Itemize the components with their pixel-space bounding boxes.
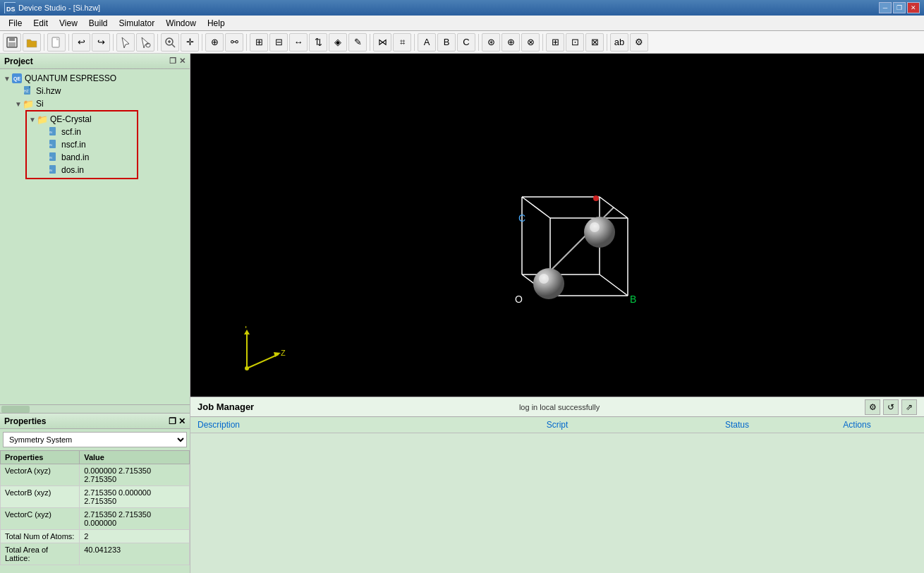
- tree-item-si[interactable]: ▼ 📁 Si: [14, 97, 187, 110]
- menu-build[interactable]: Build: [83, 16, 114, 30]
- properties-dropdown[interactable]: Symmetry System Lattice Parameters Atom …: [3, 432, 187, 447]
- svg-text:Y: Y: [243, 326, 249, 330]
- svg-text:B: B: [630, 294, 636, 305]
- toolbar-tool15[interactable]: ⊞: [546, 33, 564, 52]
- props-table-body: VectorA (xyz)0.000000 2.715350 2.715350V…: [1, 464, 190, 565]
- props-row: VectorA (xyz)0.000000 2.715350 2.715350: [1, 464, 190, 486]
- 3d-viewport[interactable]: O B C Y Z: [190, 54, 924, 397]
- toolbar-bond[interactable]: ⚯: [225, 33, 243, 52]
- tree-item-nscfin[interactable]: IN nscf.in: [39, 138, 135, 151]
- tree-label-root: QUANTUM ESPRESSO: [25, 73, 116, 83]
- tree-label-dosin: dos.in: [61, 165, 84, 175]
- svg-line-47: [247, 354, 279, 368]
- properties-restore-btn[interactable]: ❐: [169, 416, 176, 426]
- restore-button[interactable]: ❐: [893, 2, 906, 13]
- toolbar-tool13[interactable]: ⊕: [501, 33, 520, 52]
- tree-item-scfin[interactable]: IN scf.in: [39, 126, 135, 138]
- toolbar-add-atom[interactable]: ⊕: [205, 33, 224, 52]
- props-col-properties: Properties: [1, 451, 80, 464]
- toolbar-select-area[interactable]: [136, 33, 154, 52]
- toolbar-open[interactable]: [23, 33, 41, 52]
- toolbar-tool2[interactable]: ⊟: [269, 33, 288, 52]
- tree-root[interactable]: ▼ QE QUANTUM ESPRESSO: [3, 72, 187, 85]
- tree-icon-qecrystal: 📁: [37, 114, 48, 125]
- toolbar-tool5[interactable]: ◈: [329, 33, 347, 52]
- job-manager-refresh-btn[interactable]: ↺: [883, 399, 899, 415]
- toolbar-new[interactable]: [47, 33, 66, 52]
- toolbar-tool17[interactable]: ⊠: [585, 33, 604, 52]
- svg-text:DS: DS: [6, 6, 16, 13]
- toolbar-tool14[interactable]: ⊗: [521, 33, 540, 52]
- toolbar-tool12[interactable]: ⊛: [482, 33, 500, 52]
- toolbar-tool19[interactable]: ⚙: [630, 33, 648, 52]
- job-manager-settings-btn[interactable]: ⚙: [865, 399, 880, 415]
- toolbar-tool8[interactable]: ⌗: [393, 33, 411, 52]
- menu-help[interactable]: Help: [202, 16, 231, 30]
- menu-view[interactable]: View: [54, 16, 83, 30]
- tree-icon-si: 📁: [23, 98, 34, 109]
- props-cell-value: 2.715350 2.715350 0.000000: [80, 508, 190, 530]
- props-cell-name: Total Area of Lattice:: [1, 543, 80, 565]
- props-cell-value: 0.000000 2.715350 2.715350: [80, 464, 190, 486]
- svg-text:QE: QE: [13, 76, 20, 82]
- svg-text:HZ: HZ: [24, 89, 29, 93]
- minimize-button[interactable]: ─: [879, 2, 892, 13]
- toolbar-tool7[interactable]: ⋈: [373, 33, 391, 52]
- project-hscrollbar[interactable]: [0, 404, 190, 413]
- props-cell-name: VectorA (xyz): [1, 464, 80, 486]
- menu-window[interactable]: Window: [160, 16, 202, 30]
- project-restore-btn[interactable]: ❐: [169, 56, 176, 66]
- properties-title: Properties: [4, 416, 46, 426]
- project-close-btn[interactable]: ✕: [179, 56, 186, 66]
- toolbar-save[interactable]: [3, 33, 21, 52]
- svg-rect-4: [8, 42, 16, 47]
- toolbar-tool3[interactable]: ↔: [289, 33, 308, 52]
- toolbar-tool11[interactable]: C: [457, 33, 475, 52]
- properties-header: Properties ❐ ✕: [0, 414, 190, 429]
- toolbar-select[interactable]: [116, 33, 135, 52]
- axes-widget: Y Z: [226, 326, 289, 382]
- svg-text:IN: IN: [49, 169, 52, 172]
- toolbar-tool1[interactable]: ⊞: [250, 33, 268, 52]
- tree-item-bandin[interactable]: IN band.in: [39, 151, 135, 164]
- toolbar-tool4[interactable]: ⇅: [309, 33, 327, 52]
- project-tree: ▼ QE QUANTUM ESPRESSO HZ Si.hzw: [0, 69, 190, 404]
- toolbar-undo[interactable]: ↩: [72, 33, 90, 52]
- job-manager-expand-btn[interactable]: ⇗: [901, 399, 917, 415]
- job-manager-title: Job Manager: [197, 402, 254, 412]
- job-manager-body: [190, 433, 924, 573]
- toolbar-tool10[interactable]: B: [437, 33, 456, 52]
- menu-simulator[interactable]: Simulator: [114, 16, 161, 30]
- props-cell-value: 40.041233: [80, 543, 190, 565]
- project-header: Project ❐ ✕: [0, 54, 190, 69]
- props-row: VectorB (xyz)2.715350 0.000000 2.715350: [1, 486, 190, 508]
- toolbar-tool16[interactable]: ⊡: [566, 33, 584, 52]
- tree-children-qecrystal: IN scf.in IN nsc: [28, 126, 135, 176]
- toolbar-redo[interactable]: ↪: [92, 33, 110, 52]
- jm-col-script: Script: [437, 420, 677, 430]
- toolbar-tool6[interactable]: ✎: [348, 33, 367, 52]
- toolbar-tool18[interactable]: ab: [610, 33, 628, 52]
- tree-label-nscfin: nscf.in: [61, 140, 86, 150]
- close-button[interactable]: ✕: [907, 2, 920, 13]
- menu-edit[interactable]: Edit: [28, 16, 54, 30]
- main-layout: Project ❐ ✕ ▼ QE QUANTUM ESPRESSO: [0, 54, 924, 573]
- props-data-table: Properties Value VectorA (xyz)0.000000 2…: [0, 450, 190, 565]
- menu-file[interactable]: File: [3, 16, 28, 30]
- job-manager-table-header: Description Script Status Actions: [190, 417, 924, 433]
- tree-icon-bandin: IN: [48, 152, 59, 163]
- properties-close-btn[interactable]: ✕: [178, 416, 186, 426]
- tree-item-sihzw[interactable]: HZ Si.hzw: [14, 85, 187, 97]
- svg-rect-3: [9, 37, 15, 41]
- toolbar-pan[interactable]: ✛: [181, 33, 199, 52]
- tree-label-bandin: band.in: [61, 152, 89, 162]
- svg-point-50: [245, 366, 249, 370]
- tree-arrow-root: ▼: [3, 75, 11, 83]
- toolbar-tool9[interactable]: A: [418, 33, 436, 52]
- props-cell-name: VectorB (xyz): [1, 486, 80, 508]
- tree-item-dosin[interactable]: IN dos.in: [39, 164, 135, 176]
- tree-item-qecrystal[interactable]: ▼ 📁 QE-Crystal: [28, 113, 135, 126]
- svg-line-28: [522, 197, 550, 218]
- highlighted-group: ▼ 📁 QE-Crystal IN: [25, 110, 138, 179]
- toolbar-zoom[interactable]: [161, 33, 179, 52]
